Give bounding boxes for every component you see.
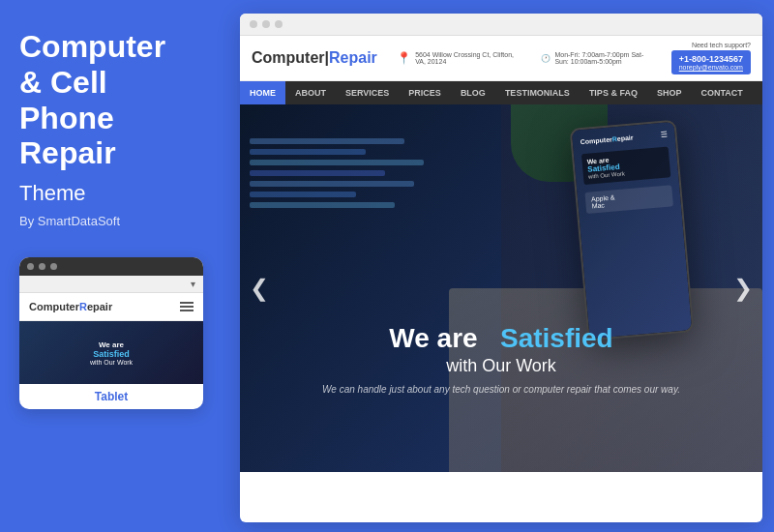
mobile-hero: We are Satisfied with Our Work: [19, 321, 203, 384]
mobile-with-text: with Our Work: [90, 359, 133, 366]
nav-blog[interactable]: BLOG: [451, 81, 495, 104]
hamburger-icon: [180, 302, 194, 311]
dot3: [50, 263, 57, 270]
site-support-box: +1-800-1234567 noreply@envato.com: [671, 50, 751, 74]
theme-subtitle: Theme: [19, 181, 213, 206]
phone-logo-row: ComputerRepair ☰: [580, 130, 667, 146]
mobile-preview: ▾ ComputerRepair We are Satisfied with O…: [19, 257, 203, 409]
hero-code-lines: [250, 133, 443, 213]
hours-text: Mon-Fri: 7:00am-7:00pm Sat-Sun: 10:00am-…: [554, 51, 651, 65]
mobile-satisfied-text: Satisfied: [90, 349, 133, 359]
mobile-dropdown-bar: ▾: [19, 276, 203, 293]
nav-tips-faq[interactable]: TIPS & FAQ: [580, 81, 647, 104]
mobile-tablet-label: Tablet: [19, 384, 203, 409]
dropdown-chevron: ▾: [191, 279, 195, 289]
hero-satisfied: Satisfied: [500, 323, 613, 353]
hero-text-content: We are Satisfied with Our Work We can ha…: [322, 323, 680, 395]
hero-with-work: with Our Work: [322, 356, 680, 376]
left-panel: Computer & Cell Phone Repair Theme By Sm…: [0, 0, 232, 532]
nav-home[interactable]: HOME: [240, 81, 285, 104]
phone-apple-box: Apple &Mac: [584, 185, 673, 214]
mobile-hero-text: We are Satisfied with Our Work: [90, 340, 133, 366]
support-phone: +1-800-1234567: [679, 54, 743, 64]
nav-about[interactable]: ABOUT: [285, 81, 336, 104]
browser-dot-1: [250, 20, 257, 28]
site-logo: Computer|Repair: [252, 49, 377, 67]
nav-prices[interactable]: PRICES: [399, 81, 451, 104]
mobile-nav-bar: ComputerRepair: [19, 293, 203, 321]
mobile-we-are-text: We are: [90, 340, 133, 349]
nav-shop[interactable]: SHOP: [647, 81, 692, 104]
nav-testimonials[interactable]: TESTIMONIALS: [495, 81, 580, 104]
phone-mini-hero: We are Satisfied with Our Work: [581, 146, 670, 185]
theme-title: Computer & Cell Phone Repair: [19, 29, 213, 171]
phone-screen: ComputerRepair ☰ We are Satisfied with O…: [572, 122, 692, 339]
phone-logo-small: ComputerRepair: [580, 134, 634, 146]
mobile-logo: ComputerRepair: [29, 301, 112, 312]
support-label: Need tech support?: [671, 42, 751, 48]
browser-dot-2: [262, 20, 270, 28]
browser-dot-3: [275, 20, 283, 28]
theme-by: By SmartDataSoft: [19, 214, 213, 228]
dot2: [39, 263, 45, 270]
hero-phone: ComputerRepair ☰ We are Satisfied with O…: [570, 120, 695, 341]
hero-section: ComputerRepair ☰ We are Satisfied with O…: [240, 104, 762, 472]
hero-subtext: We can handle just about any tech questi…: [322, 384, 680, 395]
phone-menu-icon: ☰: [660, 130, 668, 139]
hero-we-are: We are: [389, 323, 477, 353]
nav-services[interactable]: SERVICES: [336, 81, 399, 104]
site-top-bar: Computer|Repair 📍 5604 Willow Crossing C…: [240, 36, 762, 81]
clock-icon: 🕐: [541, 54, 551, 63]
nav-contact[interactable]: CONTACT: [691, 81, 752, 104]
address-text: 5604 Willow Crossing Ct, Clifton, VA, 20…: [415, 51, 521, 65]
browser-title-bar: [240, 14, 762, 36]
browser-window: Computer|Repair 📍 5604 Willow Crossing C…: [240, 14, 762, 522]
mobile-title-bar: [19, 257, 203, 276]
pin-icon: 📍: [397, 51, 411, 65]
site-hours: 🕐 Mon-Fri: 7:00am-7:00pm Sat-Sun: 10:00a…: [541, 51, 651, 65]
hero-prev-arrow[interactable]: ❮: [250, 275, 269, 302]
site-nav: HOME ABOUT SERVICES PRICES BLOG TESTIMON…: [240, 81, 762, 104]
hero-next-arrow[interactable]: ❯: [733, 275, 753, 302]
site-address: 📍 5604 Willow Crossing Ct, Clifton, VA, …: [397, 51, 521, 65]
support-email: noreply@envato.com: [679, 64, 743, 71]
dot1: [27, 263, 34, 270]
